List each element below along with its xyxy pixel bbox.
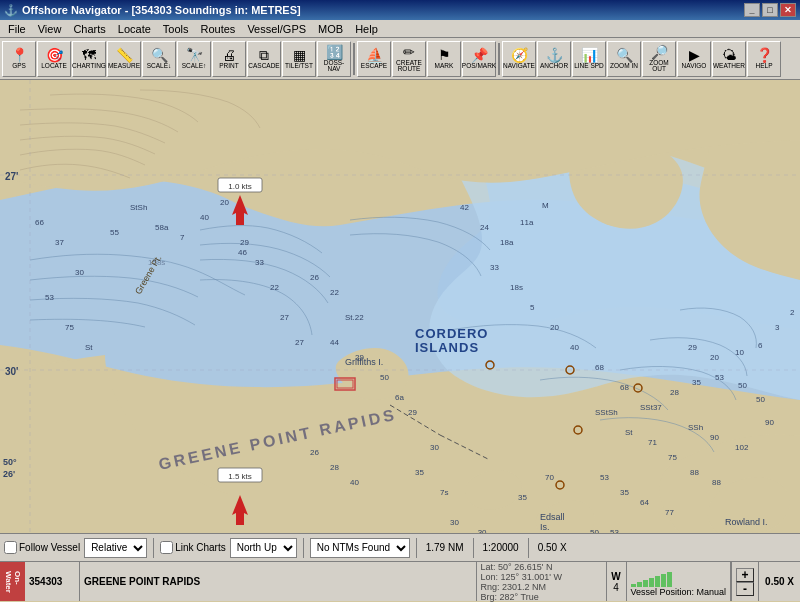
svg-text:42: 42	[460, 203, 469, 212]
svg-text:St: St	[85, 343, 93, 352]
tool-tiletst[interactable]: ▦TILE/TST	[282, 41, 316, 77]
tool-mark[interactable]: ⚑MARK	[427, 41, 461, 77]
svg-text:46: 46	[238, 248, 247, 257]
menu-vesselgps[interactable]: Vessel/GPS	[241, 20, 312, 37]
svg-text:35: 35	[692, 378, 701, 387]
svg-text:70: 70	[545, 473, 554, 482]
svg-text:50: 50	[756, 395, 765, 404]
tool-navigo[interactable]: ▶NAVIGO	[677, 41, 711, 77]
svg-text:55: 55	[110, 228, 119, 237]
menu-mob[interactable]: MOB	[312, 20, 349, 37]
statusbar-sep-2	[303, 538, 304, 558]
svg-text:50: 50	[590, 528, 599, 533]
chart-name-panel: GREENE POINT RAPIDS	[80, 562, 477, 601]
on-water-panel: On-Water	[0, 562, 25, 601]
ntms-select[interactable]: No NTMs Found	[310, 538, 410, 558]
svg-text:CORDERO: CORDERO	[415, 326, 488, 341]
tool-zoomout[interactable]: 🔎ZOOM OUT	[642, 41, 676, 77]
toolbar: 📍GPS 🎯LOCATE 🗺CHARTING 📏MEASURE 🔍SCALE↓ …	[0, 38, 800, 80]
w-panel: W 4	[607, 562, 627, 601]
svg-text:35: 35	[518, 493, 527, 502]
svg-text:SSh: SSh	[688, 423, 703, 432]
svg-text:35: 35	[415, 468, 424, 477]
follow-vessel-checkbox[interactable]	[4, 541, 17, 554]
svg-text:90: 90	[710, 433, 719, 442]
tool-escape[interactable]: ⛵ESCAPE	[357, 41, 391, 77]
coordinates-panel: Lat: 50° 26.615' N Lon: 125° 31.001' W R…	[477, 562, 607, 601]
follow-vessel-control[interactable]: Follow Vessel	[4, 541, 80, 554]
tool-anchor[interactable]: ⚓ANCHOR	[537, 41, 571, 77]
zoom-display: 0.50 X	[758, 562, 800, 601]
tool-scaleup[interactable]: 🔭SCALE↑	[177, 41, 211, 77]
menu-file[interactable]: File	[2, 20, 32, 37]
titlebar-controls[interactable]: _ □ ✕	[744, 3, 796, 17]
svg-text:75: 75	[65, 323, 74, 332]
tool-create-route[interactable]: ✏CREATE ROUTE	[392, 41, 426, 77]
svg-text:27: 27	[280, 313, 289, 322]
rng-value: 2301.2 NM	[502, 582, 546, 592]
svg-text:StSh: StSh	[130, 203, 147, 212]
tool-charting[interactable]: 🗺CHARTING	[72, 41, 106, 77]
tool-zoomin[interactable]: 🔍ZOOM IN	[607, 41, 641, 77]
svg-text:26: 26	[310, 273, 319, 282]
svg-text:Edsall: Edsall	[540, 512, 565, 522]
tool-help[interactable]: ❓HELP	[747, 41, 781, 77]
gps-panel: Vessel Position: Manual	[627, 562, 732, 601]
close-button[interactable]: ✕	[780, 3, 796, 17]
tool-locate[interactable]: 🎯LOCATE	[37, 41, 71, 77]
menu-routes[interactable]: Routes	[195, 20, 242, 37]
menu-view[interactable]: View	[32, 20, 68, 37]
svg-text:40: 40	[350, 478, 359, 487]
infobar: On-Water 354303 GREENE POINT RAPIDS Lat:…	[0, 561, 800, 601]
svg-text:SStSh: SStSh	[595, 408, 618, 417]
tool-measure[interactable]: 📏MEASURE	[107, 41, 141, 77]
chart-area[interactable]: 1.0 kts 1.5 kts 66 37 30 53 75 St 55 StS…	[0, 80, 800, 533]
svg-text:22: 22	[270, 283, 279, 292]
tool-navigate[interactable]: 🧭NAVIGATE	[502, 41, 536, 77]
vessel-position-label: Vessel Position: Manual	[631, 587, 727, 597]
svg-text:1.0 kts: 1.0 kts	[228, 182, 252, 191]
svg-text:35: 35	[620, 488, 629, 497]
link-charts-checkbox[interactable]	[160, 541, 173, 554]
svg-text:22: 22	[330, 288, 339, 297]
svg-text:64: 64	[640, 498, 649, 507]
tool-dossnav[interactable]: 🔢DOSS-NAV	[317, 41, 351, 77]
zoom-plus-button[interactable]: +	[736, 568, 754, 582]
svg-text:3: 3	[775, 323, 780, 332]
svg-text:29: 29	[408, 408, 417, 417]
lon-label: Lon: 125° 31.001' W	[481, 572, 602, 582]
svg-text:53: 53	[600, 473, 609, 482]
menu-charts[interactable]: Charts	[67, 20, 111, 37]
svg-text:26: 26	[310, 448, 319, 457]
gps-signal-bars	[631, 567, 727, 587]
tool-cascade[interactable]: ⧉CASCADE	[247, 41, 281, 77]
menu-help[interactable]: Help	[349, 20, 384, 37]
maximize-button[interactable]: □	[762, 3, 778, 17]
brg-value: 282° True	[500, 592, 539, 602]
gps-bar-7	[667, 572, 672, 587]
gps-bar-6	[661, 574, 666, 587]
tool-scaledn[interactable]: 🔍SCALE↓	[142, 41, 176, 77]
tool-gps[interactable]: 📍GPS	[2, 41, 36, 77]
svg-text:St: St	[625, 428, 633, 437]
gps-bar-3	[643, 580, 648, 587]
tool-linespd[interactable]: 📊LINE SPD	[572, 41, 606, 77]
svg-text:29: 29	[688, 343, 697, 352]
north-up-select[interactable]: North Up	[230, 538, 297, 558]
minimize-button[interactable]: _	[744, 3, 760, 17]
zoom-minus-button[interactable]: -	[736, 582, 754, 596]
tool-posmark[interactable]: 📌POS/MARK	[462, 41, 496, 77]
link-charts-control[interactable]: Link Charts	[160, 541, 226, 554]
svg-text:66: 66	[35, 218, 44, 227]
tool-weather[interactable]: 🌤WEATHER	[712, 41, 746, 77]
svg-text:30: 30	[430, 443, 439, 452]
svg-text:68: 68	[620, 383, 629, 392]
menu-locate[interactable]: Locate	[112, 20, 157, 37]
svg-text:18a: 18a	[500, 238, 514, 247]
tool-print[interactable]: 🖨PRINT	[212, 41, 246, 77]
svg-text:29: 29	[240, 238, 249, 247]
relative-select[interactable]: Relative	[84, 538, 147, 558]
menu-tools[interactable]: Tools	[157, 20, 195, 37]
zoom-display-value: 0.50 X	[765, 576, 794, 587]
svg-text:50: 50	[738, 381, 747, 390]
